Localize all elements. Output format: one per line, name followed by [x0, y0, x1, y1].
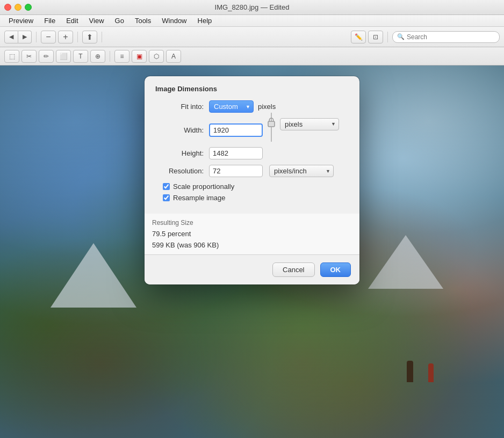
scale-proportionally-row: Scale proportionally	[163, 182, 349, 191]
separator-4	[387, 32, 388, 42]
selection-tool[interactable]: ⬚	[4, 50, 19, 63]
width-label: Width:	[155, 126, 204, 134]
modal-overlay: Image Dimensions Fit into: Custom Screen…	[0, 65, 504, 438]
separator-2	[77, 32, 78, 42]
resulting-size-bytes: 599 KB (was 906 KB)	[152, 241, 352, 249]
maximize-button[interactable]	[25, 4, 32, 11]
search-input[interactable]	[407, 33, 495, 41]
cancel-button[interactable]: Cancel	[272, 262, 314, 277]
zoom-in-button[interactable]: +	[58, 31, 73, 43]
toolbar: ◀ ▶ − + ⬆ ✏️ ⊡ 🔍	[0, 27, 504, 47]
width-input[interactable]	[209, 123, 263, 137]
zoom-out-button[interactable]: −	[41, 31, 56, 43]
forward-button[interactable]: ▶	[18, 31, 32, 43]
fit-into-select[interactable]: Custom Screen 640×480	[209, 100, 254, 113]
width-row: Width: pixels pe	[155, 118, 349, 142]
resulting-size-section: Resulting Size 79.5 percent 599 KB (was …	[145, 214, 359, 254]
image-dimensions-dialog: Image Dimensions Fit into: Custom Screen…	[145, 76, 359, 284]
height-row: Height:	[155, 147, 349, 159]
menu-file[interactable]: File	[40, 16, 60, 26]
pixels-suffix-label: pixels	[258, 103, 276, 111]
close-button[interactable]	[4, 4, 11, 11]
nav-group: ◀ ▶	[4, 31, 32, 43]
search-icon: 🔍	[397, 33, 405, 40]
text-tool[interactable]: T	[73, 50, 88, 63]
svg-rect-1	[268, 121, 275, 127]
resample-image-row: Resample image	[163, 194, 349, 202]
menu-bar: Preview File Edit View Go Tools Window H…	[0, 15, 504, 27]
dialog-body: Image Dimensions Fit into: Custom Screen…	[145, 76, 359, 214]
title-bar: IMG_8280.jpg — Edited	[0, 0, 504, 15]
height-input[interactable]	[209, 147, 263, 159]
lasso-tool[interactable]: ✂	[21, 50, 37, 63]
stamp-tool[interactable]: ⊕	[90, 50, 105, 63]
resolution-unit-select[interactable]: pixels/inch pixels/cm	[269, 165, 334, 177]
resolution-unit-select-wrapper[interactable]: pixels/inch pixels/cm	[269, 165, 334, 177]
toolbar-right: ✏️ ⊡ 🔍	[351, 31, 500, 43]
toolbar-left: ◀ ▶ − + ⬆	[4, 31, 349, 43]
menu-help[interactable]: Help	[193, 16, 217, 26]
shape-tool[interactable]: ⬜	[56, 50, 71, 63]
fit-into-row: Fit into: Custom Screen 640×480 pixels	[155, 100, 349, 113]
annotate-button[interactable]: ✏️	[351, 31, 366, 43]
separator-1	[36, 32, 37, 42]
font-tool[interactable]: A	[166, 50, 181, 63]
menu-preview[interactable]: Preview	[4, 16, 38, 26]
border-tool[interactable]: ▣	[132, 50, 147, 63]
fit-into-select-wrapper[interactable]: Custom Screen 640×480	[209, 100, 254, 113]
scale-proportionally-checkbox[interactable]	[163, 183, 170, 190]
resample-image-label: Resample image	[173, 194, 226, 202]
scale-proportionally-label: Scale proportionally	[173, 182, 234, 191]
dialog-title: Image Dimensions	[155, 85, 349, 93]
resolution-row: Resolution: pixels/inch pixels/cm	[155, 165, 349, 177]
link-icon	[266, 113, 277, 142]
crop-button[interactable]: ⊡	[368, 31, 383, 43]
menu-window[interactable]: Window	[157, 16, 191, 26]
fit-into-label: Fit into:	[155, 103, 204, 111]
main-content: Image Dimensions Fit into: Custom Screen…	[0, 65, 504, 438]
pixels-unit-select-wrapper[interactable]: pixels percent in cm	[280, 118, 339, 130]
resample-image-checkbox[interactable]	[163, 194, 170, 201]
menu-edit[interactable]: Edit	[62, 16, 82, 26]
adjust-tool[interactable]: ≡	[114, 50, 129, 63]
separator-3	[102, 32, 102, 42]
share-button[interactable]: ⬆	[82, 31, 97, 43]
color-tool[interactable]: ⬡	[149, 50, 164, 63]
search-box[interactable]: 🔍	[392, 31, 500, 43]
menu-go[interactable]: Go	[111, 16, 128, 26]
resolution-input[interactable]	[209, 165, 263, 177]
menu-view[interactable]: View	[85, 16, 109, 26]
pixels-unit-select[interactable]: pixels percent in cm	[280, 118, 339, 130]
separator-5	[110, 51, 110, 62]
traffic-lights[interactable]	[4, 4, 32, 11]
height-label: Height:	[155, 149, 204, 157]
ok-button[interactable]: OK	[320, 262, 351, 277]
menu-tools[interactable]: Tools	[131, 16, 155, 26]
resulting-size-percent: 79.5 percent	[152, 230, 352, 238]
back-button[interactable]: ◀	[4, 31, 18, 43]
minimize-button[interactable]	[15, 4, 21, 11]
resulting-size-label: Resulting Size	[152, 219, 352, 227]
pencil-tool[interactable]: ✏	[39, 50, 54, 63]
window-title: IMG_8280.jpg — Edited	[215, 3, 290, 11]
toolbar2: ⬚ ✂ ✏ ⬜ T ⊕ ≡ ▣ ⬡ A	[0, 47, 504, 65]
resolution-label: Resolution:	[155, 167, 204, 175]
dialog-footer: Cancel OK	[145, 254, 359, 284]
